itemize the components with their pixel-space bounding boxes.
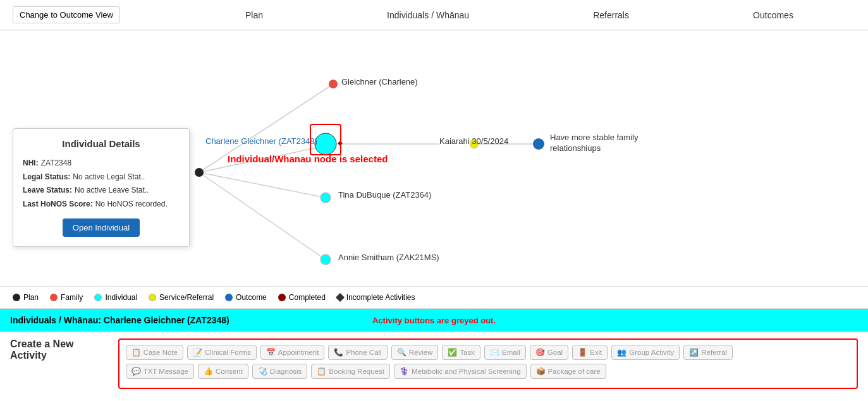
activity-button-icon: 📦 — [536, 367, 546, 376]
legend-incomplete-label: Incomplete Activities — [346, 293, 415, 302]
activity-title: Create a New Activity — [10, 338, 112, 361]
honos-value: No HoNOS recorded. — [95, 198, 168, 212]
legend-plan-label: Plan — [23, 293, 39, 302]
activity-button-label: Referral — [701, 349, 727, 356]
svg-point-7 — [329, 80, 338, 88]
legend-service-label: Service/Referral — [159, 293, 214, 302]
activity-area: Create a New Activity 📋Case Note📝Clinica… — [0, 332, 868, 395]
activity-button-review[interactable]: 🔍Review — [391, 345, 439, 360]
activity-button-label: Metabolic and Physical Screening — [412, 368, 521, 375]
nav-items: Plan Individuals / Whānau Referrals Outc… — [120, 10, 855, 20]
greyed-out-notice: Activity buttons are greyed out. — [372, 316, 496, 325]
legend-family-label: Family — [61, 293, 83, 302]
outcome-label: Have more stable family relationshiups — [550, 133, 651, 154]
activity-button-label: Email — [502, 349, 520, 356]
activity-button-phone-call[interactable]: 📞Phone Call — [328, 345, 387, 360]
nav-individuals[interactable]: Individuals / Whānau — [387, 10, 469, 20]
leave-row: Leave Status: No active Leave Stat.. — [23, 184, 180, 198]
activity-button-package-of-care[interactable]: 📦Package of care — [530, 364, 606, 379]
nhi-row: NHI: ZAT2348 — [23, 157, 180, 171]
charlene-label[interactable]: Charlene Gleichner (ZAT2348) — [205, 136, 317, 146]
whanau-bar: Individuals / Whānau: Charlene Gleichner… — [0, 309, 868, 332]
svg-point-11 — [533, 138, 544, 150]
activity-button-referral[interactable]: ↗️Referral — [683, 345, 733, 360]
activity-button-icon: 🚪 — [578, 348, 587, 357]
activity-button-appointment[interactable]: 📅Appointment — [260, 345, 325, 360]
selected-node-highlight — [310, 124, 341, 155]
leave-value: No active Leave Stat.. — [75, 184, 149, 198]
activity-button-label: Phone Call — [346, 349, 381, 356]
nav-outcomes[interactable]: Outcomes — [753, 10, 793, 20]
nhi-value: ZAT2348 — [41, 157, 71, 171]
activity-button-label: Group Activity — [629, 349, 674, 356]
activity-button-diagnosis[interactable]: 🩺Diagnosis — [252, 364, 308, 379]
activity-row-1: 📋Case Note📝Clinical Forms📅Appointment📞Ph… — [126, 345, 850, 360]
nav-referrals[interactable]: Referrals — [593, 10, 629, 20]
svg-point-12 — [321, 193, 331, 203]
open-individual-button[interactable]: Open Individual — [63, 218, 140, 237]
annie-label: Annie Smitham (ZAK21MS) — [338, 253, 439, 262]
activity-button-label: Clinical Forms — [205, 349, 251, 356]
activity-button-group-activity[interactable]: 👥Group Activity — [611, 345, 680, 360]
activity-button-icon: 💬 — [131, 367, 141, 376]
activity-button-icon: ✉️ — [490, 348, 499, 357]
legal-value: No active Legal Stat.. — [73, 171, 145, 184]
legend-outcome-label: Outcome — [236, 293, 267, 302]
activity-section: Create a New Activity 📋Case Note📝Clinica… — [10, 338, 858, 389]
individual-dot — [94, 294, 102, 301]
activity-button-icon: 📋 — [131, 348, 141, 357]
activity-button-clinical-forms[interactable]: 📝Clinical Forms — [187, 345, 257, 360]
whanau-bar-text: Individuals / Whānau: Charlene Gleichner… — [10, 315, 229, 325]
card-title: Individual Details — [23, 138, 180, 149]
plan-dot — [13, 294, 20, 301]
legend-individual-label: Individual — [105, 293, 137, 302]
activity-button-icon: 📅 — [266, 348, 276, 357]
activity-button-label: Exit — [590, 349, 602, 356]
family-dot — [50, 294, 58, 301]
activity-button-icon: ⚕️ — [400, 367, 409, 376]
activity-button-icon: 👍 — [204, 367, 213, 376]
activity-button-label: Review — [409, 349, 433, 356]
activity-button-txt-message[interactable]: 💬TXT Message — [126, 364, 194, 379]
activity-button-icon: ✅ — [448, 348, 457, 357]
activity-button-icon: 🎯 — [535, 348, 545, 357]
tina-label: Tina DuBuque (ZAT2364) — [338, 190, 431, 200]
activity-button-icon: 🩺 — [258, 367, 267, 376]
activity-button-icon: ↗️ — [689, 348, 699, 357]
activity-button-label: Package of care — [548, 368, 601, 375]
legend-service: Service/Referral — [149, 293, 214, 302]
individual-details-card: Individual Details NHI: ZAT2348 Legal St… — [13, 128, 190, 247]
activity-button-goal[interactable]: 🎯Goal — [530, 345, 568, 360]
activity-button-label: Appointment — [278, 349, 319, 356]
activity-button-label: Task — [460, 349, 475, 356]
activity-button-metabolic-and-physical-screening[interactable]: ⚕️Metabolic and Physical Screening — [394, 364, 527, 379]
activity-button-case-note[interactable]: 📋Case Note — [126, 345, 183, 360]
card-fields: NHI: ZAT2348 Legal Status: No active Leg… — [23, 157, 180, 211]
legend-completed-label: Completed — [289, 293, 326, 302]
activity-button-task[interactable]: ✅Task — [442, 345, 480, 360]
svg-point-6 — [195, 168, 204, 177]
honos-row: Last HoNOS Score: No HoNOS recorded. — [23, 198, 180, 212]
legend-incomplete: Incomplete Activities — [337, 293, 415, 302]
gleichner-label: Gleichner (Charlene) — [341, 77, 418, 87]
change-view-button[interactable]: Change to Outcome View — [13, 6, 120, 23]
legal-row: Legal Status: No active Legal Stat.. — [23, 171, 180, 184]
activity-button-label: Booking Request — [329, 368, 384, 375]
legend-outcome: Outcome — [225, 293, 267, 302]
activity-button-consent[interactable]: 👍Consent — [198, 364, 248, 379]
activity-row-2: 💬TXT Message👍Consent🩺Diagnosis📋Booking R… — [126, 364, 850, 379]
activity-button-label: TXT Message — [144, 368, 188, 375]
outcome-dot — [225, 294, 233, 301]
service-dot — [149, 294, 156, 301]
activity-button-icon: 👥 — [617, 348, 627, 357]
legend-individual: Individual — [94, 293, 137, 302]
activity-button-email[interactable]: ✉️Email — [484, 345, 526, 360]
activity-button-booking-request[interactable]: 📋Booking Request — [311, 364, 390, 379]
diagram-area: Gleichner (Charlene) Charlene Gleichner … — [0, 30, 868, 286]
activity-button-icon: 📞 — [334, 348, 343, 357]
activity-button-icon: 🔍 — [397, 348, 406, 357]
selected-node-message: Individual/Whanau node is selected — [228, 153, 388, 164]
activity-button-exit[interactable]: 🚪Exit — [572, 345, 608, 360]
activity-button-label: Diagnosis — [270, 368, 302, 375]
nav-plan[interactable]: Plan — [245, 10, 263, 20]
